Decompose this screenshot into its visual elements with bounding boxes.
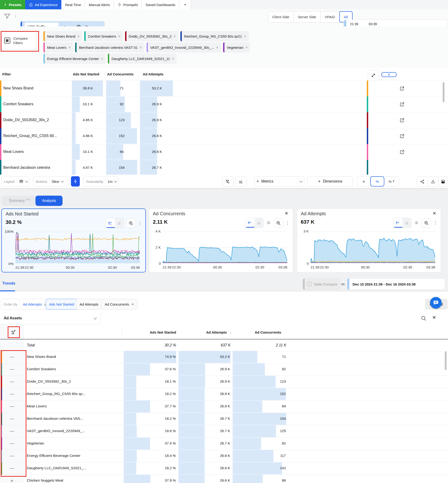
table-compare-toggle[interactable]: Table Compare — [303, 278, 340, 290]
granularity-select[interactable]: Granularity 1m — [84, 176, 119, 187]
kebab-icon[interactable]: ⋮ — [285, 220, 289, 226]
col-ad-attempts[interactable]: Ad Attempts — [206, 330, 227, 334]
zoom-chart-button[interactable] — [126, 219, 136, 228]
metric-chip-ad-concurrents[interactable]: Ad Concurrents✕ — [101, 299, 137, 310]
compare-date-range[interactable]: Dec 15 2024 21:39 - Dec 16 2024 03:39 — [347, 278, 445, 290]
mode-vpaid[interactable]: VPAID — [320, 11, 339, 22]
line-chart-icon[interactable] — [106, 219, 115, 228]
col-filter[interactable]: Filter — [2, 72, 11, 76]
filter-icon[interactable] — [4, 13, 11, 20]
table-compare-checkbox[interactable] — [307, 282, 312, 287]
col-ad-concurrents[interactable]: Ad Concurrents — [255, 330, 281, 334]
add-chart-button[interactable] — [235, 176, 246, 187]
trend-row[interactable]: — Reichert_Group_RG_CS55 60s qx... 18.2 … — [0, 388, 448, 401]
nav-manual-alerts[interactable]: Manual Alerts — [85, 0, 114, 9]
chip-vegeterian[interactable]: Vegeterian✕ — [223, 42, 250, 53]
tab-trends[interactable]: Trends — [2, 281, 16, 286]
nav-prompt-ai[interactable]: PromptAI — [114, 0, 142, 9]
close-icon[interactable]: ✕ — [432, 315, 436, 320]
close-icon[interactable]: ✕ — [216, 46, 221, 49]
close-icon[interactable]: ✕ — [172, 57, 177, 60]
bar-chart-icon[interactable] — [402, 218, 411, 228]
line-chart-icon[interactable] — [246, 218, 254, 228]
trend-row[interactable]: — Vegeterian 37.4 % 26.7 K 82 — [0, 437, 448, 450]
close-icon[interactable]: ✕ — [68, 46, 73, 49]
chip-vast-genbio[interactable]: VAST_genBIO_Innovid_2220949_30s_...✕ — [146, 42, 221, 53]
add-sparkline-icon[interactable]: + — [9, 478, 15, 483]
toggle-percent-total[interactable]: % T — [384, 176, 399, 186]
display-options-button[interactable] — [438, 176, 448, 187]
close-icon[interactable]: ✕ — [244, 34, 249, 38]
chip-dvido[interactable]: Dvido_DV_5553582_30s_2✕ — [125, 31, 178, 41]
trend-row[interactable]: — Meat Lovers 37.7 % 26.8 K 84 — [0, 400, 448, 413]
open-in-new-button[interactable] — [400, 133, 406, 139]
table-row[interactable]: Bernhard-Jacobson celentra 4.87 K 154 26… — [0, 160, 448, 175]
kebab-icon[interactable]: ⋮ — [138, 221, 142, 226]
open-in-new-button[interactable] — [400, 117, 406, 123]
zoom-chart-button[interactable] — [274, 218, 283, 228]
metric-chip-ad-attempts[interactable]: Ad Attempts — [76, 299, 102, 310]
col-ad-concurrents[interactable]: Ad Concurrents — [107, 72, 134, 76]
close-icon[interactable]: ✕ — [118, 34, 123, 38]
swap-axes-icon[interactable] — [266, 221, 271, 225]
chart-card-ad-attempts[interactable]: ✕ Ad Attempts 637 K ⋮ 3 K 0 21:39 22:30 … — [297, 208, 441, 272]
chip-new-shoes-brand[interactable]: New Shoes Brand✕ — [43, 31, 82, 41]
table-scrollbar-thumb[interactable] — [445, 351, 447, 370]
toggle-number[interactable]: # — [357, 176, 370, 186]
open-in-new-button[interactable] — [400, 85, 406, 92]
trend-row[interactable]: — Bernhard-Jacobson celentra VAS... 18.2… — [0, 413, 448, 425]
close-icon[interactable]: ✕ — [101, 57, 106, 60]
trend-row[interactable]: — Dvido_DV_5553582_30s_2 18.1 % 26.9 K 1… — [0, 376, 448, 388]
nav-presets[interactable]: Presets — [0, 0, 25, 9]
table-row[interactable]: New Shoes Brand 39.8 K 71 53.2 K — [0, 81, 448, 97]
line-chart-icon[interactable] — [393, 218, 402, 228]
chip-reichert[interactable]: Reichert_Group_RG_CS55 60s qx21✕ — [180, 31, 249, 41]
close-icon[interactable]: ✕ — [283, 211, 289, 216]
dimensions-button[interactable]: +Dimensions — [307, 176, 353, 187]
chip-daugherty[interactable]: Daugherty LLC_DAR1849_S2021_11✕ — [108, 53, 177, 64]
ad-concurrents-plot[interactable]: 21:39 22:30 00:30 02:30 03:38 — [163, 231, 287, 263]
ads-not-started-plot[interactable]: 21:39 22:30 00:30 02:30 03:38 — [16, 231, 140, 263]
add-filter-button[interactable] — [222, 176, 233, 187]
download-button[interactable] — [427, 176, 439, 187]
close-icon[interactable]: ✕ — [131, 303, 134, 306]
col-ads-not-started[interactable]: Ads Not Started — [150, 330, 176, 334]
collapse-split-button[interactable] — [71, 176, 80, 187]
kebab-icon[interactable]: ⋮ — [433, 220, 438, 226]
expand-table-button[interactable] — [368, 70, 379, 81]
nav-more-caret[interactable]: ▼ — [179, 0, 191, 9]
close-icon[interactable]: ✕ — [173, 34, 178, 38]
bar-chart-icon[interactable] — [115, 219, 124, 228]
trend-row[interactable]: — Daugherty LLC_DAR1849_S2021_... 18.2 %… — [0, 462, 448, 475]
table-scrollbar-thumb[interactable] — [443, 82, 445, 102]
kebab-icon[interactable]: ⋮ — [14, 14, 18, 19]
swap-axes-icon[interactable] — [414, 221, 419, 225]
chip-energy-efficient[interactable]: Energy Efficient Beverage Center✕ — [43, 53, 106, 64]
nav-ad-experience[interactable]: Ad Experience — [25, 0, 61, 9]
table-row[interactable]: Reichert_Group_RG_CS55 60... 4.86 K 152 … — [0, 128, 448, 144]
table-row[interactable]: Meat Lovers 10.1 K 84 26.8 K — [0, 144, 448, 160]
chart-card-ads-not-started[interactable]: Ads Not Started 30.2 % ⋮ 100% 0% 21:39 2… — [1, 208, 146, 272]
chart-card-ad-concurrents[interactable]: ✕ Ad Concurrents 2.11 K ⋮ 4 K 2 K 0 21:3… — [149, 208, 293, 272]
chip-meat-lovers[interactable]: Meat Lovers✕ — [43, 42, 73, 53]
ad-assets-select[interactable]: Ad Assets — [0, 312, 101, 325]
nav-real-time[interactable]: Real-Time — [61, 0, 85, 9]
layout-select[interactable]: Layout — [1, 176, 29, 187]
search-icon[interactable] — [420, 315, 426, 321]
trend-row[interactable]: — Comfort Sneakers 37.6 % 26.9 K 92 — [0, 363, 448, 376]
sparkline-icon[interactable] — [10, 329, 17, 335]
chat-assistant-fab[interactable] — [430, 297, 442, 309]
tab-summary[interactable]: SummaryBeta — [2, 196, 37, 206]
open-in-new-button[interactable] — [400, 101, 406, 108]
trend-row[interactable]: — New Shoes Brand 74.9 % 53.2 K 71 — [0, 351, 448, 363]
close-icon[interactable]: ✕ — [245, 46, 250, 49]
chip-bernhard[interactable]: Bernhard-Jacobson celentra VAST 01✕ — [75, 42, 144, 53]
trend-row[interactable]: — Energy Efficient Beverage Center 18.4 … — [0, 450, 448, 462]
bar-chart-icon[interactable] — [254, 218, 263, 228]
compare-filters-button[interactable]: CompareFilters — [1, 32, 37, 49]
order-by-select[interactable]: Order By Ad Attempts — [1, 299, 49, 310]
metrics-select[interactable]: +Metrics — [254, 176, 304, 187]
mode-client-side[interactable]: Client Side — [268, 11, 294, 22]
open-in-new-button[interactable] — [400, 149, 406, 155]
ad-attempts-plot[interactable]: 21:39 22:30 00:30 02:30 03:38 — [311, 231, 435, 263]
